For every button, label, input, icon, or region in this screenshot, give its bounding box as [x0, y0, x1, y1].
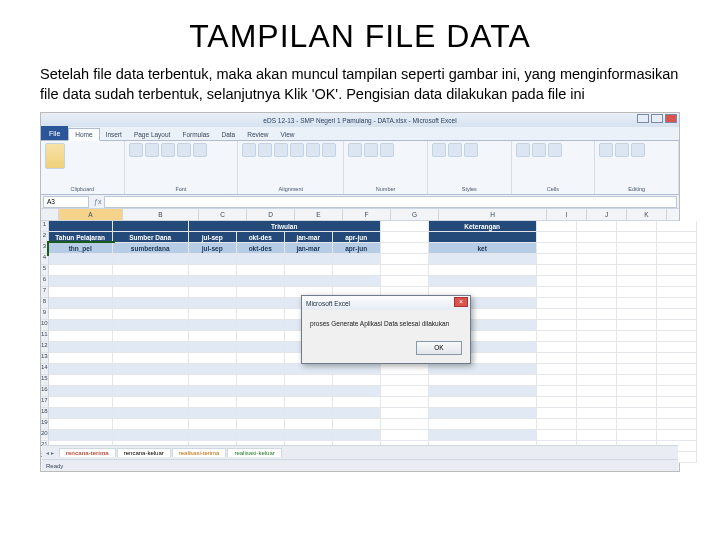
- cell[interactable]: jul-sep: [189, 243, 237, 254]
- cell[interactable]: Keterangan: [429, 221, 537, 232]
- cell[interactable]: [577, 353, 617, 364]
- cell[interactable]: [657, 430, 697, 441]
- cell[interactable]: [113, 397, 189, 408]
- cell[interactable]: [237, 375, 285, 386]
- cell[interactable]: [381, 221, 429, 232]
- cell[interactable]: [285, 419, 333, 430]
- cell[interactable]: [49, 331, 113, 342]
- cell[interactable]: [537, 243, 577, 254]
- cell[interactable]: [381, 232, 429, 243]
- row-header[interactable]: 14: [41, 364, 49, 375]
- cell[interactable]: [617, 408, 657, 419]
- formula-input[interactable]: [104, 196, 677, 208]
- cell[interactable]: [381, 408, 429, 419]
- cell[interactable]: [657, 364, 697, 375]
- cell[interactable]: [237, 397, 285, 408]
- cell[interactable]: [237, 254, 285, 265]
- cell[interactable]: [577, 342, 617, 353]
- ribbon-icon[interactable]: [380, 143, 394, 157]
- cell[interactable]: [113, 320, 189, 331]
- cell[interactable]: [333, 375, 381, 386]
- cell[interactable]: [285, 265, 333, 276]
- cell[interactable]: [537, 298, 577, 309]
- cell[interactable]: [657, 375, 697, 386]
- row-header[interactable]: 11: [41, 331, 49, 342]
- cell[interactable]: [381, 276, 429, 287]
- cell[interactable]: [381, 243, 429, 254]
- cell[interactable]: [537, 408, 577, 419]
- name-box[interactable]: A3: [43, 196, 89, 208]
- cell[interactable]: [577, 276, 617, 287]
- col-header[interactable]: A: [59, 209, 123, 220]
- dialog-close-button[interactable]: ×: [454, 297, 468, 307]
- cell[interactable]: [189, 287, 237, 298]
- cell[interactable]: [49, 342, 113, 353]
- cell[interactable]: [113, 309, 189, 320]
- ribbon-icon[interactable]: [193, 143, 207, 157]
- cell[interactable]: [429, 254, 537, 265]
- cell[interactable]: [237, 298, 285, 309]
- cell[interactable]: [333, 419, 381, 430]
- cell[interactable]: [113, 353, 189, 364]
- file-tab[interactable]: File: [41, 126, 68, 140]
- cell[interactable]: [381, 386, 429, 397]
- cell[interactable]: [537, 320, 577, 331]
- cell[interactable]: [285, 386, 333, 397]
- ribbon-icon[interactable]: [177, 143, 191, 157]
- cell[interactable]: [617, 386, 657, 397]
- cell[interactable]: [381, 375, 429, 386]
- cell[interactable]: [657, 331, 697, 342]
- cell[interactable]: [381, 364, 429, 375]
- cell[interactable]: [537, 342, 577, 353]
- close-button[interactable]: [665, 114, 677, 123]
- tab-formulas[interactable]: Formulas: [176, 129, 215, 140]
- cell[interactable]: [537, 254, 577, 265]
- cell[interactable]: [285, 276, 333, 287]
- cell[interactable]: [49, 298, 113, 309]
- cell[interactable]: Triwulan: [189, 221, 381, 232]
- ribbon-icon[interactable]: [548, 143, 562, 157]
- row-header[interactable]: 2: [41, 232, 49, 243]
- cell[interactable]: [49, 276, 113, 287]
- cell[interactable]: [113, 342, 189, 353]
- cell[interactable]: [333, 254, 381, 265]
- cell[interactable]: [237, 386, 285, 397]
- cell[interactable]: [577, 397, 617, 408]
- cell[interactable]: [113, 287, 189, 298]
- ribbon-icon[interactable]: [290, 143, 304, 157]
- cell[interactable]: [657, 221, 697, 232]
- cell[interactable]: [285, 408, 333, 419]
- row-header[interactable]: 17: [41, 397, 49, 408]
- cell[interactable]: [429, 386, 537, 397]
- cell[interactable]: [537, 265, 577, 276]
- cell[interactable]: [113, 276, 189, 287]
- cell[interactable]: [617, 232, 657, 243]
- cell[interactable]: [333, 265, 381, 276]
- cell[interactable]: [577, 408, 617, 419]
- cell[interactable]: jul-sep: [189, 232, 237, 243]
- cell[interactable]: [577, 243, 617, 254]
- ribbon-icon[interactable]: [631, 143, 645, 157]
- cell[interactable]: [381, 254, 429, 265]
- cell[interactable]: [49, 397, 113, 408]
- cell[interactable]: [617, 320, 657, 331]
- cell[interactable]: [285, 375, 333, 386]
- cell[interactable]: [577, 309, 617, 320]
- cell[interactable]: [189, 353, 237, 364]
- cell[interactable]: [429, 408, 537, 419]
- cell[interactable]: [657, 419, 697, 430]
- cell[interactable]: [237, 353, 285, 364]
- cell[interactable]: [333, 430, 381, 441]
- cell[interactable]: [617, 287, 657, 298]
- sheet-tab[interactable]: rencana-keluar: [117, 448, 171, 457]
- cell[interactable]: [577, 265, 617, 276]
- cell[interactable]: [617, 419, 657, 430]
- cell[interactable]: thn_pel: [49, 243, 113, 254]
- cell[interactable]: [537, 397, 577, 408]
- cell[interactable]: [657, 298, 697, 309]
- ribbon-icon[interactable]: [532, 143, 546, 157]
- cell[interactable]: [237, 320, 285, 331]
- ribbon-icon[interactable]: [615, 143, 629, 157]
- cell[interactable]: [577, 221, 617, 232]
- ribbon-icon[interactable]: [274, 143, 288, 157]
